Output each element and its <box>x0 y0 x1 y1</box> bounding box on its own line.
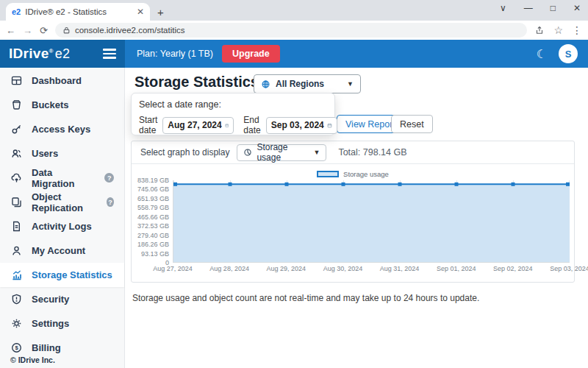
sidebar-item-data-migration[interactable]: Data Migration ? <box>0 166 124 190</box>
window-minimize-icon[interactable]: — <box>524 3 533 13</box>
x-axis-tick: Sep 03, 2024 <box>550 265 588 272</box>
object-replication-help-icon[interactable]: ? <box>107 197 114 207</box>
start-date-input[interactable]: Aug 27, 2024 <box>162 117 234 134</box>
browser-toolbar: ← → ⟳ console.idrivee2.com/statitics ☆ ⋮ <box>0 21 588 40</box>
copyright-text: © IDrive Inc. <box>10 355 55 364</box>
end-date-label: End date <box>243 115 260 135</box>
y-axis-tick: 838.19 GB <box>137 177 169 184</box>
shield-icon <box>10 293 23 305</box>
end-date-input[interactable]: Sep 03, 2024 <box>266 117 337 134</box>
y-axis-tick: 186.26 GB <box>137 241 169 248</box>
x-axis: Aug 27, 2024Aug 28, 2024Aug 29, 2024Aug … <box>173 264 570 275</box>
gear-icon <box>10 317 23 330</box>
upgrade-button[interactable]: Upgrade <box>222 45 280 63</box>
sidebar-item-users[interactable]: Users <box>0 141 124 166</box>
x-axis-tick: Sep 02, 2024 <box>493 265 533 272</box>
start-date-label: Start date <box>139 115 157 135</box>
region-dropdown-value: All Regions <box>276 79 342 89</box>
y-axis-tick: 745.06 GB <box>137 185 169 193</box>
sidebar: Dashboard Buckets Access Keys Users Data… <box>0 68 125 368</box>
x-axis-tick: Aug 31, 2024 <box>380 265 420 272</box>
url-text: console.idrivee2.com/statitics <box>75 26 185 35</box>
cloud-migration-icon <box>10 171 23 184</box>
logo-zone: IDrive®e2 <box>0 40 125 68</box>
sidebar-item-security[interactable]: Security <box>0 287 124 311</box>
svg-text:$: $ <box>15 344 18 351</box>
chart-footnote: Storage usage and object count are not r… <box>132 293 479 303</box>
dark-mode-moon-icon[interactable]: ☾ <box>537 47 547 61</box>
sidebar-item-access-keys[interactable]: Access Keys <box>0 117 124 141</box>
x-axis-tick: Aug 28, 2024 <box>209 265 249 272</box>
chart-plot-area <box>173 180 570 263</box>
chevron-down-icon: ▼ <box>347 80 354 88</box>
back-icon[interactable]: ← <box>6 25 15 36</box>
legend-swatch <box>317 171 339 177</box>
bar-chart-icon <box>10 269 23 281</box>
y-axis-tick: 465.66 GB <box>137 213 169 221</box>
hamburger-menu-icon[interactable] <box>103 49 116 59</box>
document-icon <box>10 220 23 233</box>
browser-tab[interactable]: e2 IDrive® e2 - Statistics ✕ <box>6 3 150 21</box>
replication-icon <box>10 196 23 208</box>
region-dropdown[interactable]: All Regions ▼ <box>254 74 361 93</box>
graph-type-value: Storage usage <box>257 142 309 163</box>
y-axis-tick: 372.53 GB <box>137 222 169 230</box>
sidebar-item-activity-logs[interactable]: Activity Logs <box>0 214 124 238</box>
browser-menu-icon[interactable]: ⋮ <box>572 24 582 36</box>
x-axis-tick: Sep 01, 2024 <box>437 265 476 272</box>
chevron-down-icon: ▼ <box>313 149 320 156</box>
address-bar[interactable]: console.idrivee2.com/statitics <box>55 23 528 38</box>
sidebar-item-buckets[interactable]: Buckets <box>0 93 124 117</box>
browser-tab-bar: e2 IDrive® e2 - Statistics ✕ + ∨ — □ ✕ <box>0 0 588 21</box>
calendar-icon[interactable] <box>327 121 332 130</box>
person-icon <box>10 244 23 257</box>
pie-chart-icon <box>243 148 252 157</box>
sidebar-item-object-replication[interactable]: Object Replication ? <box>0 190 124 214</box>
plan-label: Plan: Yearly (1 TB) <box>137 49 213 59</box>
sidebar-item-dashboard[interactable]: Dashboard <box>0 68 124 93</box>
storage-usage-chart: Storage usage 838.19 GB745.06 GB651.93 G… <box>132 164 574 275</box>
dollar-icon: $ <box>10 342 23 354</box>
tab-title: IDrive® e2 - Statistics <box>25 7 132 16</box>
forward-icon[interactable]: → <box>23 25 32 36</box>
graph-select-label: Select graph to display <box>140 147 229 158</box>
bookmark-star-icon[interactable]: ☆ <box>553 24 563 36</box>
tab-close-icon[interactable]: ✕ <box>137 7 144 17</box>
calendar-icon[interactable] <box>225 121 229 130</box>
dashboard-icon <box>10 74 23 87</box>
total-storage: Total: 798.14 GB <box>338 147 406 158</box>
bucket-icon <box>10 99 23 111</box>
sidebar-item-settings[interactable]: Settings <box>0 311 124 336</box>
new-tab-button[interactable]: + <box>157 6 164 18</box>
reset-button[interactable]: Reset <box>391 115 433 133</box>
legend-label: Storage usage <box>343 170 389 178</box>
lock-icon <box>62 26 71 35</box>
data-migration-help-icon[interactable]: ? <box>104 173 114 183</box>
graph-type-dropdown[interactable]: Storage usage ▼ <box>237 144 326 161</box>
x-axis-tick: Aug 27, 2024 <box>153 265 193 272</box>
key-icon <box>10 123 23 135</box>
y-axis: 838.19 GB745.06 GB651.93 GB558.79 GB465.… <box>136 180 173 263</box>
sidebar-item-storage-statistics[interactable]: Storage Statistics <box>0 263 124 287</box>
window-close-icon[interactable]: ✕ <box>573 3 581 13</box>
chart-legend: Storage usage <box>136 169 570 179</box>
sidebar-item-my-account[interactable]: My Account <box>0 238 124 263</box>
avatar[interactable]: S <box>559 44 578 63</box>
share-icon[interactable] <box>534 25 545 35</box>
app-header: IDrive®e2 Plan: Yearly (1 TB) Upgrade ☾ … <box>0 40 588 68</box>
tab-favicon: e2 <box>12 7 21 16</box>
main-content: Storage Statistics All Regions ▼ Select … <box>125 68 588 368</box>
reload-icon[interactable]: ⟳ <box>40 25 48 36</box>
date-range-popup: Select a date range: Start date Aug 27, … <box>131 93 335 135</box>
date-range-title: Select a date range: <box>139 99 327 110</box>
globe-icon <box>261 79 270 89</box>
y-axis-tick: 279.40 GB <box>137 232 169 239</box>
users-icon <box>10 147 23 160</box>
idrive-logo: IDrive®e2 <box>9 46 70 62</box>
page-title: Storage Statistics <box>135 74 259 91</box>
window-menu-icon[interactable]: ∨ <box>500 3 506 13</box>
x-axis-tick: Aug 29, 2024 <box>267 265 306 272</box>
chart-card: Select graph to display Storage usage ▼ … <box>131 141 575 283</box>
y-axis-tick: 651.93 GB <box>137 195 169 202</box>
window-maximize-icon[interactable]: □ <box>551 3 556 13</box>
